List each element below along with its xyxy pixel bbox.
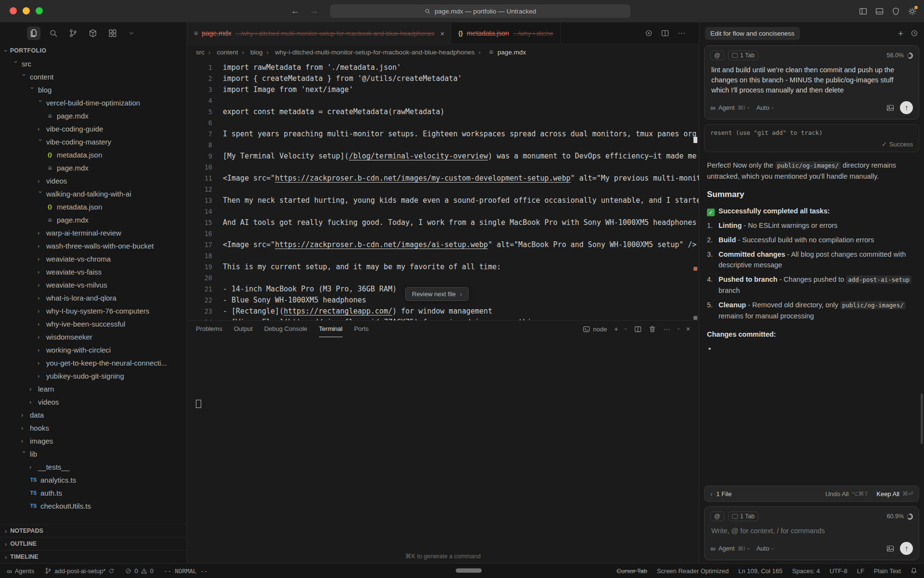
tree-item[interactable]: › page.mdx [0, 161, 187, 174]
attach-image-icon[interactable] [886, 104, 894, 112]
chat-transcript[interactable]: Perfect! Now only the public/og-images/ … [699, 154, 924, 485]
tree-item[interactable]: › __tests__ [0, 460, 187, 473]
screen-reader-status[interactable]: Screen Reader Optimized [657, 567, 729, 575]
agents-status[interactable]: ∞ Agents [7, 567, 34, 575]
tree-item[interactable]: › vercel-build-time-optimization [0, 96, 187, 109]
terminal-dropdown-icon[interactable]: › [623, 328, 629, 330]
keep-all-button[interactable]: Keep All ⌘⏎ [876, 490, 913, 498]
code-line[interactable]: 24 - [Wispr Flow](https://wisprflow.ai/r… [187, 317, 699, 320]
tree-item[interactable]: › lib [0, 447, 187, 460]
more-actions-icon[interactable]: ··· [663, 325, 670, 333]
close-panel-icon[interactable]: × [686, 325, 690, 333]
more-actions-icon[interactable]: ··· [678, 29, 685, 38]
code-line[interactable]: 2 import { createMetadata } from '@/util… [187, 73, 699, 84]
tree-item[interactable]: › wash-three-walls-with-one-bucket [0, 239, 187, 252]
code-line[interactable]: 6 [187, 118, 699, 129]
tab-count-chip[interactable]: 1 Tab [728, 51, 758, 60]
tree-item[interactable]: › what-is-lora-and-qlora [0, 291, 187, 304]
chat-input[interactable]: @ 1 Tab 60.9% Write, @ for context, / fo… [704, 506, 919, 560]
code-line[interactable]: 3 import Image from 'next/image' [187, 84, 699, 95]
code-line[interactable]: 9 [My Terminal Velocity setup](/blog/ter… [187, 151, 699, 162]
tree-item[interactable]: › why-I-buy-system-76-computers [0, 304, 187, 317]
tool-output-snippet[interactable]: resent (use "git add" to track) ✓ Succes… [704, 124, 919, 152]
cursor-position-status[interactable]: Ln 109, Col 165 [738, 567, 783, 575]
code-line[interactable]: 1 import rawMetadata from './metadata.js… [187, 62, 699, 73]
mention-chip[interactable]: @ [710, 51, 724, 60]
breadcrumb-item[interactable]: src [196, 49, 205, 56]
terminal-output[interactable] [187, 337, 699, 552]
tree-item[interactable]: › data [0, 408, 187, 421]
code-line[interactable]: 19 This is my current setup, and it may … [187, 262, 699, 273]
tree-item[interactable]: › auth.ts [0, 486, 187, 499]
send-button[interactable]: ↑ [900, 101, 913, 114]
maximize-panel-icon[interactable]: › [675, 328, 681, 330]
code-line[interactable]: 7 I spent years preaching multi-monitor … [187, 129, 699, 140]
tree-item[interactable]: › yubikey-sudo-git-signing [0, 369, 187, 382]
encoding-status[interactable]: UTF-8 [830, 567, 847, 575]
tree-item[interactable]: › images [0, 434, 187, 447]
code-line[interactable]: 11 <Image src="https://zackproser.b-cdn.… [187, 173, 699, 184]
chat-history-icon[interactable] [911, 29, 918, 37]
tree-item[interactable]: › you-get-to-keep-the-neural-connecti... [0, 356, 187, 369]
code-line[interactable]: 20 [187, 273, 699, 284]
toggle-panel-bottom-icon[interactable] [875, 7, 884, 15]
minimize-window-button[interactable] [23, 7, 30, 14]
explorer-section-header[interactable]: › PORTFOLIO [0, 44, 187, 57]
breadcrumb-item[interactable]: why-i-ditched-multi-monitor-setup-for-ma… [263, 49, 475, 56]
nav-back-button[interactable]: ← [291, 6, 300, 16]
kill-terminal-icon[interactable] [649, 326, 656, 333]
file-count-label[interactable]: 1 File [716, 490, 732, 498]
tree-item[interactable]: › checkoutUtils.ts [0, 499, 187, 512]
agent-mode-selector[interactable]: ∞ Agent ⌘I › [710, 104, 750, 111]
code-line[interactable]: 8 [187, 140, 699, 151]
code-line[interactable]: 12 [187, 184, 699, 195]
tree-item[interactable]: › weaviate-vs-milvus [0, 278, 187, 291]
code-line[interactable]: 10 [187, 162, 699, 173]
toggle-panel-left-icon[interactable] [859, 7, 867, 15]
eol-status[interactable]: LF [857, 567, 864, 575]
tree-item[interactable]: › analytics.ts [0, 473, 187, 486]
tree-item[interactable]: › walking-and-talking-with-ai [0, 187, 187, 200]
close-window-button[interactable] [10, 7, 17, 14]
tree-item[interactable]: › why-ive-been-successful [0, 317, 187, 330]
tree-item[interactable]: › wisdomseeker [0, 330, 187, 343]
code-line[interactable]: 15 And AI tools got really fucking good.… [187, 217, 699, 228]
tree-item[interactable]: › learn [0, 382, 187, 395]
nav-forward-button[interactable]: → [309, 6, 319, 16]
attach-image-icon[interactable] [886, 545, 894, 552]
tree-item[interactable]: › metadata.json [0, 148, 187, 161]
code-line[interactable]: 17 <Image src="https://zackproser.b-cdn.… [187, 239, 699, 250]
tab-output[interactable]: Output [234, 321, 253, 337]
code-line[interactable]: 13 Then my neck started hurting, young k… [187, 195, 699, 206]
model-selector[interactable]: Auto › [757, 545, 774, 552]
tree-item[interactable]: › vibe-coding-mastery [0, 135, 187, 148]
agent-mode-selector[interactable]: ∞ Agent ⌘I › [710, 545, 750, 552]
sidebar-section-header[interactable]: › NOTEPADS [0, 524, 187, 537]
undo-all-button[interactable]: Undo All ⌥⌘⇧ [825, 490, 869, 498]
code-line[interactable]: 18 [187, 250, 699, 262]
tree-item[interactable]: › page.mdx [0, 109, 187, 122]
tree-item[interactable]: › weaviate-vs-faiss [0, 265, 187, 278]
new-terminal-icon[interactable]: + [614, 325, 618, 333]
split-editor-icon[interactable] [661, 29, 669, 37]
sidebar-section-header[interactable]: › TIMELINE [0, 550, 187, 563]
git-branch-status[interactable]: add-post-ai-setup* [45, 567, 115, 575]
source-control-icon[interactable] [66, 26, 80, 40]
language-mode-status[interactable]: Plain Text [874, 567, 901, 575]
tree-item[interactable]: › working-with-circleci [0, 343, 187, 356]
terminal-shell-badge[interactable]: node [583, 326, 607, 333]
problems-status[interactable]: 0 0 [125, 567, 153, 575]
settings-gear-icon[interactable] [908, 7, 916, 15]
remote-explorer-icon[interactable] [106, 26, 119, 40]
tree-item[interactable]: › weaviate-vs-chroma [0, 252, 187, 265]
close-tab-icon[interactable]: × [440, 29, 445, 38]
tree-item[interactable]: › src [0, 57, 187, 70]
code-line[interactable]: 23 - [Rectangle](https://rectangleapp.co… [187, 306, 699, 317]
chat-scrollbar[interactable] [921, 394, 923, 444]
tree-item[interactable]: › blog [0, 83, 187, 96]
tree-item[interactable]: › hooks [0, 421, 187, 434]
cursor-tab-status[interactable]: Cursor Tab [616, 567, 647, 575]
tab-metadata-json[interactable]: {} metadata.json .../why-i-ditche [451, 23, 560, 44]
notifications-bell-icon[interactable] [911, 567, 917, 574]
chevron-right-icon[interactable]: › [710, 490, 712, 498]
